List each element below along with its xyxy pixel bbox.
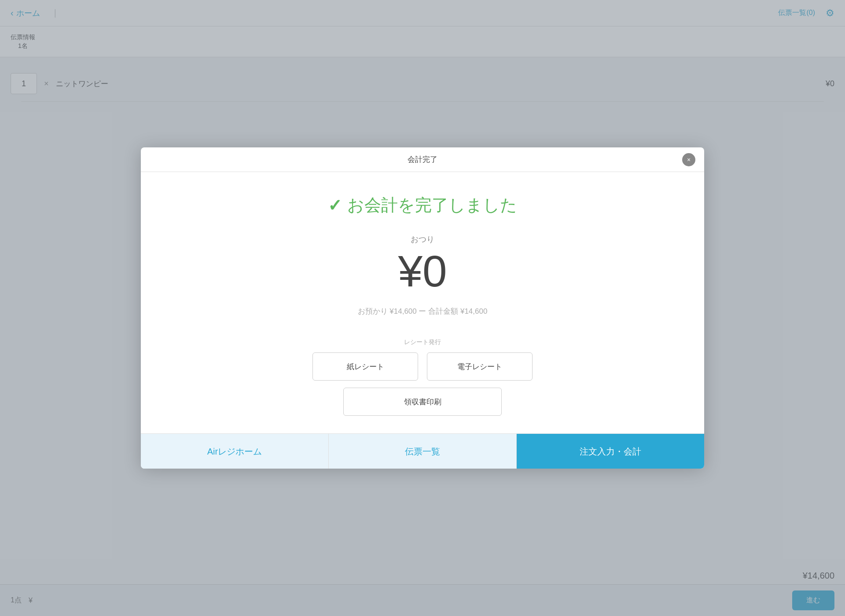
breakdown-text: お預かり ¥14,600 ー 合計金額 ¥14,600 xyxy=(358,306,488,316)
airreji-home-button[interactable]: Airレジホーム xyxy=(141,434,329,469)
modal-header: 会計完了 × xyxy=(141,147,704,172)
checkmark-icon: ✓ xyxy=(328,196,342,215)
modal-footer: Airレジホーム 伝票一覧 注文入力・会計 xyxy=(141,433,704,469)
receipt-section-label: レシート発行 xyxy=(404,338,441,346)
modal-body: ✓ お会計を完了しました おつり ¥0 お預かり ¥14,600 ー 合計金額 … xyxy=(141,172,704,433)
change-label: おつり xyxy=(411,234,434,245)
modal-close-button[interactable]: × xyxy=(682,153,695,166)
electronic-receipt-button[interactable]: 電子レシート xyxy=(427,352,533,381)
modal-title: 会計完了 xyxy=(408,154,437,165)
success-message: ✓ お会計を完了しました xyxy=(328,194,517,216)
receipt-buttons-row: 紙レシート 電子レシート xyxy=(312,352,533,381)
paper-receipt-button[interactable]: 紙レシート xyxy=(312,352,418,381)
print-receipt-button[interactable]: 領収書印刷 xyxy=(343,388,502,416)
change-amount: ¥0 xyxy=(398,249,447,293)
success-text: お会計を完了しました xyxy=(347,194,517,216)
voucher-list-button[interactable]: 伝票一覧 xyxy=(329,434,517,469)
payment-complete-modal: 会計完了 × ✓ お会計を完了しました おつり ¥0 お預かり ¥14,600 … xyxy=(141,147,704,469)
order-checkout-button[interactable]: 注文入力・会計 xyxy=(517,434,704,469)
